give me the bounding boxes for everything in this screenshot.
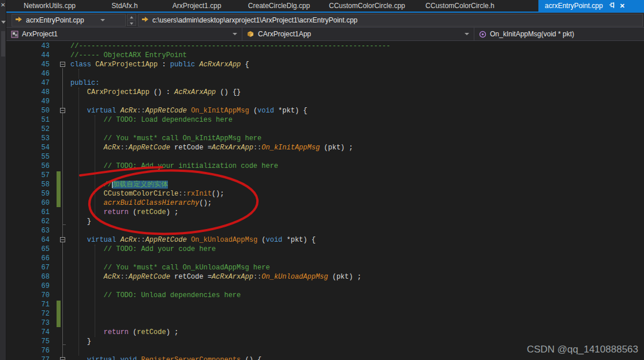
class-icon [247, 31, 254, 38]
tab-label: ArxProject1.cpp [173, 2, 222, 10]
project-dropdown-label: ArxProject1 [22, 30, 58, 38]
fold-collapse-box[interactable]: – [60, 237, 65, 242]
line-number: 50 [18, 106, 50, 115]
code-line-77[interactable]: virtual void RegisterServerComponents ()… [70, 355, 261, 360]
line-number: 58 [18, 180, 50, 189]
line-number: 57 [18, 171, 50, 180]
file-spinner [127, 14, 136, 27]
tab-ccustomcolorcircle-h[interactable]: CCustomColorCircle.h [413, 0, 507, 12]
line-number: 75 [18, 337, 50, 346]
document-tab-bar: NetworkUtils.cppStdAfx.hArxProject1.cppC… [6, 0, 644, 12]
fold-collapse-box[interactable]: – [60, 62, 65, 67]
line-number: 74 [18, 328, 50, 337]
tab-arxproject1-cpp[interactable]: ArxProject1.cpp [156, 0, 237, 12]
code-line-64[interactable]: virtual AcRx::AppRetCode On_kUnloadAppMs… [70, 235, 316, 245]
spinner-up-button[interactable] [127, 14, 136, 20]
code-line-51[interactable]: // TODO: Load dependencies here [70, 115, 233, 125]
file-navigation-bar: acrxEntryPoint.cpp c:\users\admin\deskto… [6, 13, 644, 28]
tab-label: CreateCircleDlg.cpp [248, 2, 310, 10]
line-number: 43 [18, 42, 50, 51]
code-line-43[interactable]: //--------------------------------------… [70, 42, 391, 51]
code-line-54[interactable]: AcRx::AppRetCode retCode =AcRxArxApp::On… [70, 143, 353, 152]
close-icon[interactable]: ✕ [620, 2, 625, 10]
scrollbar-thumb[interactable] [1, 31, 5, 57]
close-icon[interactable]: ✕ [1, 2, 5, 8]
changed-lines-bar [57, 171, 61, 207]
line-number: 70 [18, 291, 50, 300]
code-line-67[interactable]: // You *must* call On_kUnloadAppMsg here [70, 263, 270, 272]
project-dropdown[interactable]: ArxProject1 [6, 28, 242, 40]
code-line-45[interactable]: class CArxProject1App : public AcRxArxAp… [70, 60, 249, 69]
line-number: 63 [18, 226, 50, 235]
code-line-65[interactable]: // TODO: Add your code here [70, 245, 216, 254]
tab-label: CCustomColorCircle.cpp [329, 2, 405, 10]
line-number: 52 [18, 125, 50, 134]
line-number: 44 [18, 51, 50, 60]
member-dropdown[interactable]: On_kInitAppMsg(void * pkt) [474, 28, 644, 40]
line-number: 72 [18, 309, 50, 318]
line-number: 56 [18, 162, 50, 171]
csdn-watermark: CSDN @qq_1410888563 [527, 344, 638, 355]
code-line-60[interactable]: acrxBuildClassHierarchy(); [70, 198, 212, 208]
tab-acrxentrypoint-cpp[interactable]: acrxEntryPoint.cpp✕ [538, 0, 644, 12]
line-number: 76 [18, 346, 50, 355]
goto-arrow-icon [16, 16, 23, 24]
code-line-53[interactable]: // You *must* call On_kInitAppMsg here [70, 134, 261, 143]
project-icon [11, 31, 18, 38]
code-line-56[interactable]: // TODO: Add your initialization code he… [70, 162, 278, 171]
line-number: 65 [18, 245, 50, 254]
tab-createcircledlg-cpp[interactable]: CreateCircleDlg.cpp [237, 0, 321, 12]
code-line-58[interactable]: //加载自定义的实体 [70, 180, 168, 189]
spinner-down-button[interactable] [127, 20, 136, 26]
code-line-62[interactable]: } [70, 217, 91, 226]
code-line-70[interactable]: // TODO: Unload dependencies here [70, 291, 241, 300]
indent-guide [78, 69, 79, 78]
line-number: 67 [18, 263, 50, 272]
changed-lines-bar [57, 301, 61, 327]
code-line-48[interactable]: CArxProject1App () : AcRxArxApp () {} [70, 88, 241, 97]
chevron-down-icon[interactable] [1, 21, 6, 24]
line-number: 47 [18, 78, 50, 88]
code-line-61[interactable]: return (retCode) ; [70, 208, 178, 217]
line-number: 64 [18, 235, 50, 245]
fold-collapse-box[interactable]: – [60, 357, 65, 360]
fold-collapse-box[interactable]: – [60, 108, 65, 113]
file-path-text: c:\users\admin\desktop\arxproject1\ArxPr… [152, 16, 358, 24]
pin-icon[interactable] [609, 2, 615, 10]
code-line-47[interactable]: public: [70, 78, 99, 88]
outline-corner [62, 344, 66, 345]
file-path-field[interactable]: c:\users\admin\desktop\arxproject1\ArxPr… [138, 14, 643, 27]
line-number: 45 [18, 60, 50, 69]
visual-studio-window: ✕ NetworkUtils.cppStdAfx.hArxProject1.cp… [0, 0, 644, 360]
code-navigation-bar: ArxProject1 CArxProject1App On_kInitAppM… [6, 28, 644, 41]
tab-label: StdAfx.h [111, 2, 137, 10]
file-dropdown[interactable]: acrxEntryPoint.cpp [12, 14, 126, 27]
line-number: 53 [18, 134, 50, 143]
code-line-74[interactable]: return (retCode) ; [70, 328, 178, 337]
tab-label: NetworkUtils.cpp [24, 2, 76, 10]
outline-corner [62, 224, 66, 225]
code-line-68[interactable]: AcRx::AppRetCode retCode =AcRxArxApp::On… [70, 272, 361, 282]
line-number: 69 [18, 282, 50, 291]
code-line-59[interactable]: CCustomColorCircle::rxInit(); [70, 189, 224, 198]
line-number: 68 [18, 272, 50, 282]
tab-stdafx-h[interactable]: StdAfx.h [93, 0, 156, 12]
line-number: 59 [18, 189, 50, 198]
line-number: 66 [18, 254, 50, 263]
line-number: 60 [18, 198, 50, 208]
class-dropdown-label: CArxProject1App [258, 30, 311, 38]
code-editor[interactable]: 4344454647484950515253545556575859606162… [6, 42, 644, 360]
method-icon [479, 31, 486, 38]
line-number: 48 [18, 88, 50, 97]
code-line-50[interactable]: virtual AcRx::AppRetCode On_kInitAppMsg … [70, 106, 308, 115]
line-number: 71 [18, 300, 50, 309]
code-line-44[interactable]: //----- ObjectARX EntryPoint [70, 51, 187, 60]
line-number: 62 [18, 217, 50, 226]
tab-ccustomcolorcircle-cpp[interactable]: CCustomColorCircle.cpp [321, 0, 413, 12]
code-line-75[interactable]: } [70, 337, 91, 346]
chevron-down-icon [233, 33, 237, 35]
line-number: 46 [18, 69, 50, 78]
class-dropdown[interactable]: CArxProject1App [242, 28, 474, 40]
line-number: 49 [18, 97, 50, 106]
tab-networkutils-cpp[interactable]: NetworkUtils.cpp [6, 0, 93, 12]
